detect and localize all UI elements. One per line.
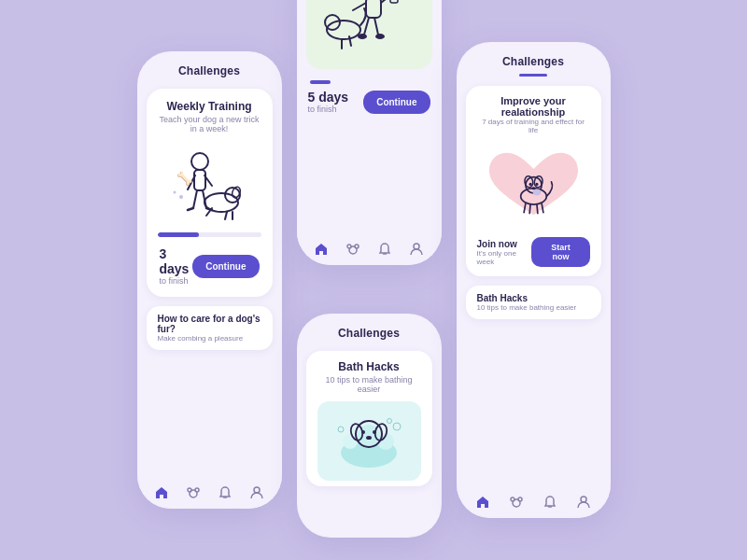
svg-rect-24	[366, 0, 381, 18]
weekly-training-title: Weekly Training	[158, 100, 261, 113]
svg-rect-1	[194, 170, 205, 190]
fur-care-title: How to care for a dog's fur?	[158, 314, 261, 334]
svg-point-16	[174, 191, 176, 194]
profile-icon-4[interactable]	[575, 494, 592, 511]
days-num-2: 5 days	[308, 90, 349, 105]
svg-line-4	[188, 208, 193, 210]
relationship-title: Improve your realationship	[477, 95, 590, 118]
bath-hacks-title-4: Bath Hacks	[477, 293, 590, 303]
continue-button-1[interactable]: Continue	[192, 255, 259, 278]
svg-point-42	[414, 244, 419, 249]
days-label: to finish	[160, 276, 193, 286]
svg-point-18	[188, 488, 191, 492]
svg-line-60	[529, 204, 530, 214]
svg-point-70	[518, 497, 522, 501]
progress-bar-fill	[158, 232, 199, 237]
svg-point-53	[338, 427, 344, 432]
bell-icon-4[interactable]	[542, 494, 558, 511]
paw-icon-2[interactable]	[345, 241, 361, 258]
paw-icon-4[interactable]	[508, 494, 525, 511]
bath-hacks-subtitle-3: 10 tips to make bathing easier	[317, 375, 421, 394]
svg-line-2	[193, 190, 197, 208]
days-num: 3 days	[160, 246, 193, 276]
join-title: Join now	[477, 239, 532, 249]
phone3-header: Challenges	[297, 314, 442, 345]
svg-point-58	[532, 189, 541, 196]
svg-point-19	[195, 488, 199, 492]
bath-dog-illustration	[317, 401, 421, 481]
svg-line-10	[225, 212, 227, 219]
join-text: Join now It's only one week	[477, 239, 532, 266]
svg-point-0	[191, 153, 208, 170]
bath-hacks-card-3: Bath Hacks 10 tips to make bathing easie…	[306, 351, 432, 486]
bell-icon-1[interactable]	[217, 484, 233, 501]
svg-point-52	[366, 436, 372, 440]
bottom-nav-1	[137, 477, 282, 509]
bath-hacks-subtitle-4: 10 tips to make bathing easier	[477, 303, 590, 312]
svg-point-67	[531, 187, 535, 189]
bottom-nav-2	[297, 233, 442, 265]
paw-icon-1[interactable]	[185, 484, 202, 501]
bell-icon-2[interactable]	[376, 241, 393, 258]
svg-line-61	[536, 204, 537, 214]
join-subtitle: It's only one week	[477, 249, 532, 266]
svg-point-69	[511, 497, 514, 501]
weekly-training-subtitle: Teach your dog a new trick in a week!	[158, 115, 261, 133]
progress-row-2	[297, 75, 442, 90]
progress-bar-wrap	[158, 232, 261, 237]
phone4-header: Challenges	[457, 42, 611, 74]
relationship-subtitle: 7 days of training and effect for life	[477, 118, 590, 134]
svg-point-51	[373, 430, 376, 434]
weekly-training-card: Weekly Training Teach your dog a new tri…	[147, 89, 273, 297]
bottom-nav-4	[457, 486, 611, 518]
days-continue-row: 3 days to finish Continue	[158, 246, 261, 286]
phones-container: Challenges Weekly Training Teach your do…	[119, 4, 629, 556]
days-label-2: to finish	[308, 105, 349, 114]
svg-point-72	[581, 497, 586, 502]
fur-care-subtitle: Make combing a pleasure	[158, 334, 261, 343]
home-icon-2[interactable]	[313, 241, 330, 258]
phone1-header: Challenges	[137, 51, 282, 83]
svg-line-30	[381, 0, 390, 3]
home-icon-1[interactable]	[153, 484, 170, 501]
middle-column: 5 days to finish Continue	[297, 22, 442, 538]
dog-girl-illustration	[306, 0, 432, 69]
start-now-button[interactable]: Start now	[531, 237, 589, 267]
join-row: Join now It's only one week Start now	[477, 233, 590, 267]
relationship-card: Improve your realationship 7 days of tra…	[466, 86, 601, 276]
bath-hacks-card-4: Bath Hacks 10 tips to make bathing easie…	[466, 286, 601, 319]
bath-hacks-title-3: Bath Hacks	[317, 360, 421, 373]
days-text-2: 5 days to finish	[308, 90, 349, 114]
svg-point-28	[375, 34, 385, 39]
svg-point-55	[388, 419, 392, 424]
svg-point-66	[535, 183, 538, 186]
phone-1: Challenges Weekly Training Teach your do…	[137, 51, 282, 509]
phone-3: Challenges Bath Hacks 10 tips to make ba…	[297, 314, 442, 538]
svg-text:🦴: 🦴	[176, 171, 193, 187]
svg-point-40	[355, 245, 359, 248]
days-continue-2: 5 days to finish Continue	[297, 90, 442, 121]
progress-dot-2	[310, 80, 331, 84]
svg-line-26	[374, 18, 378, 35]
days-text: 3 days to finish	[160, 246, 193, 286]
phone-4: Challenges Improve your realationship 7 …	[457, 42, 611, 518]
svg-point-21	[254, 487, 260, 493]
profile-icon-1[interactable]	[248, 484, 265, 501]
fur-care-card: How to care for a dog's fur? Make combin…	[147, 306, 273, 350]
svg-point-65	[529, 183, 531, 186]
svg-rect-31	[390, 0, 398, 3]
home-icon-4[interactable]	[474, 494, 491, 511]
svg-point-15	[179, 195, 183, 199]
dog-training-illustration: 🦴	[158, 141, 261, 225]
heart-dog-illustration	[477, 140, 590, 233]
profile-icon-2[interactable]	[408, 241, 425, 258]
svg-point-39	[347, 245, 351, 248]
tab-indicator	[457, 74, 611, 77]
svg-point-50	[361, 430, 365, 434]
phone-2: 5 days to finish Continue	[297, 0, 442, 265]
continue-button-2[interactable]: Continue	[363, 91, 430, 114]
svg-point-54	[393, 423, 401, 430]
